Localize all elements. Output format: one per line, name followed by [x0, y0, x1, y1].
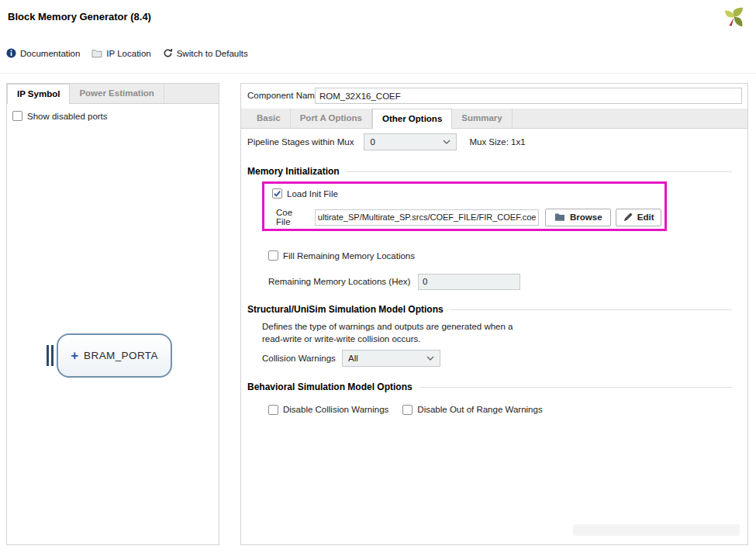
page-title: Block Memory Generator (8.4) — [8, 11, 151, 22]
tab-basic[interactable]: Basic — [247, 109, 291, 128]
bram-porta-label: BRAM_PORTA — [84, 350, 158, 361]
component-name-label: Component Name — [247, 91, 319, 100]
behavioral-options-row: Disable Collision Warnings Disable Out o… — [268, 402, 543, 417]
structural-title: Structural/UniSim Simulation Model Optio… — [247, 304, 444, 315]
highlight-annotation-box: Load Init File Coe File Browse Edit — [262, 181, 667, 231]
browse-button-label: Browse — [570, 212, 602, 222]
fill-remaining-row: Fill Remaining Memory Locations — [268, 250, 415, 261]
disable-collision-label: Disable Collision Warnings — [283, 405, 388, 414]
structural-heading: Structural/UniSim Simulation Model Optio… — [247, 304, 732, 315]
heading-rule — [450, 309, 732, 310]
xilinx-logo-icon — [722, 5, 745, 29]
switch-to-defaults-label: Switch to Defaults — [177, 49, 248, 58]
refresh-icon — [163, 48, 173, 58]
tab-port-a-options[interactable]: Port A Options — [291, 109, 372, 128]
bus-connector-icon — [47, 345, 54, 366]
ip-location-label: IP Location — [106, 49, 150, 58]
load-init-file-checkbox[interactable] — [272, 188, 282, 199]
memory-initialization-title: Memory Initialization — [247, 166, 340, 177]
chevron-down-icon — [426, 356, 434, 361]
switch-to-defaults-link[interactable]: Switch to Defaults — [163, 48, 248, 58]
chevron-down-icon — [443, 140, 450, 144]
collision-warnings-dropdown[interactable]: All — [342, 350, 440, 367]
coe-file-label: Coe File — [276, 208, 309, 226]
disable-out-of-range-checkbox[interactable] — [402, 405, 413, 415]
pipeline-row: Pipeline Stages within Mux 0 Mux Size: 1… — [247, 133, 526, 151]
memory-initialization-heading: Memory Initialization — [247, 166, 732, 177]
load-init-file-label: Load Init File — [287, 189, 338, 199]
disable-collision-row: Disable Collision Warnings — [268, 405, 388, 415]
pipeline-stages-label: Pipeline Stages within Mux — [247, 137, 354, 147]
folder-icon — [554, 212, 565, 222]
ip-symbol-panel: IP Symbol Power Estimation Show disabled… — [6, 83, 219, 545]
disable-out-of-range-row: Disable Out of Range Warnings — [402, 405, 542, 415]
remaining-memory-label: Remaining Memory Locations (Hex) — [268, 277, 418, 286]
heading-rule — [347, 171, 732, 172]
tab-power-estimation[interactable]: Power Estimation — [70, 84, 164, 103]
show-disabled-ports-label: Show disabled ports — [27, 112, 108, 121]
remaining-memory-input — [418, 274, 520, 290]
ip-symbol-canvas: Show disabled ports + BRAM_PORTA — [7, 104, 219, 544]
heading-rule — [419, 387, 732, 388]
tab-summary[interactable]: Summary — [452, 109, 512, 128]
options-tabstrip: Basic Port A Options Other Options Summa… — [241, 109, 747, 129]
expand-plus-icon[interactable]: + — [71, 349, 78, 362]
component-name-input[interactable] — [315, 88, 742, 104]
coe-file-row: Coe File Browse Edit — [276, 208, 661, 226]
collision-warnings-row: Collision Warnings All — [262, 349, 440, 368]
pipeline-stages-dropdown[interactable]: 0 — [364, 133, 457, 150]
folder-icon — [91, 49, 102, 58]
behavioral-title: Behavioral Simulation Model Options — [247, 382, 413, 392]
horizontal-scrollbar[interactable] — [573, 524, 740, 536]
load-init-file-row: Load Init File — [272, 188, 338, 199]
info-icon — [6, 48, 16, 58]
tab-other-options[interactable]: Other Options — [372, 109, 452, 129]
fill-remaining-checkbox[interactable] — [268, 250, 278, 261]
edit-button-label: Edit — [637, 212, 654, 222]
options-panel: Component Name Basic Port A Options Othe… — [240, 83, 748, 545]
block-memory-generator-dialog: Block Memory Generator (8.4) Documentati… — [0, 0, 756, 556]
collision-warnings-value: All — [348, 354, 358, 363]
toolbar: Documentation IP Location Switch to Defa… — [6, 48, 248, 58]
collision-warnings-label: Collision Warnings — [262, 354, 342, 363]
fill-remaining-label: Fill Remaining Memory Locations — [283, 251, 415, 261]
pipeline-stages-value: 0 — [370, 137, 375, 147]
structural-description: Defines the type of warnings and outputs… — [262, 320, 513, 345]
left-tabstrip: IP Symbol Power Estimation — [7, 84, 219, 104]
remaining-memory-row: Remaining Memory Locations (Hex) — [268, 272, 520, 291]
show-disabled-ports-checkbox[interactable] — [12, 111, 22, 121]
edit-button[interactable]: Edit — [616, 209, 661, 226]
mux-size-label: Mux Size: 1x1 — [469, 137, 525, 147]
disable-collision-checkbox[interactable] — [268, 405, 278, 415]
show-disabled-ports-row: Show disabled ports — [12, 111, 108, 121]
behavioral-heading: Behavioral Simulation Model Options — [247, 382, 732, 392]
tab-ip-symbol[interactable]: IP Symbol — [7, 84, 70, 104]
header-divider — [0, 73, 756, 74]
structural-description-line2: read-write or write-write collision occu… — [262, 333, 513, 345]
bram-porta-block: + BRAM_PORTA — [57, 333, 172, 378]
disable-out-of-range-label: Disable Out of Range Warnings — [417, 405, 542, 414]
structural-description-line1: Defines the type of warnings and outputs… — [262, 320, 513, 333]
coe-file-input[interactable] — [315, 209, 539, 226]
ip-location-link[interactable]: IP Location — [91, 49, 150, 58]
pencil-icon — [623, 212, 633, 222]
documentation-link[interactable]: Documentation — [6, 48, 80, 58]
check-icon — [273, 189, 281, 198]
browse-button[interactable]: Browse — [545, 209, 611, 226]
documentation-label: Documentation — [20, 49, 80, 58]
